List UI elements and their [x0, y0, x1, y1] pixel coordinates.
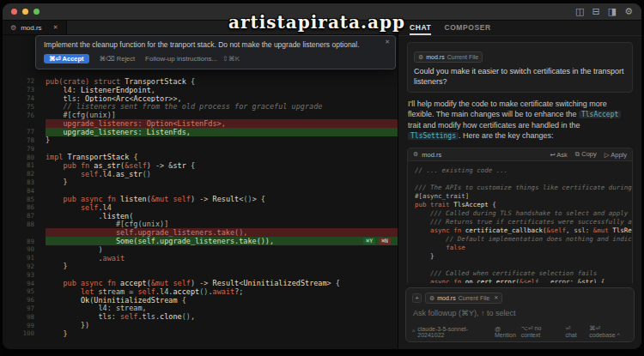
keyboard-hint[interactable]: ⌥⏎ no context	[521, 325, 558, 338]
code-line: 82 self.l4.as_str()	[3, 170, 398, 178]
line-number: 93	[3, 271, 46, 279]
code-line	[415, 174, 625, 183]
settings-gear-icon[interactable]: ⚙	[624, 7, 633, 16]
line-number: 77	[3, 128, 46, 136]
code-line: upgrade_listeners: Option<ListenFds>,	[3, 119, 398, 128]
line-number: 83	[3, 178, 46, 186]
chat-code-block: ⚙ mod.rs ↩ Ask⧉ Copy▷ Apply // ... exist…	[407, 148, 633, 283]
accept-diff-badge[interactable]: ⌘Y	[363, 238, 375, 244]
tab-close-icon[interactable]: ✕	[53, 24, 58, 31]
code-line: 100 }	[3, 329, 398, 338]
rust-file-icon: ⚙	[429, 294, 434, 302]
maximize-window-button[interactable]	[33, 9, 39, 15]
line-number: 98	[3, 313, 46, 321]
chat-input-box[interactable]: + ⚙ mod.rs Current File ✕ Ask followup (…	[405, 287, 635, 342]
code-line: 99 })	[3, 321, 398, 329]
line-number: 81	[3, 161, 46, 169]
current-file-chip[interactable]: ⚙ mod.rs Current File	[414, 51, 483, 63]
line-number: 76	[3, 112, 46, 119]
line-number: 95	[3, 287, 46, 295]
code-editor[interactable]: ✕ Implement the cleanup function for the…	[3, 35, 398, 349]
code-line: 84	[3, 186, 398, 195]
line-number: 89	[3, 238, 46, 245]
line-number: 94	[3, 280, 46, 287]
line-number: 88	[3, 220, 46, 228]
inline-code: TlsSettings	[408, 132, 459, 140]
code-line: 83 }	[3, 178, 398, 187]
user-message: ⚙ mod.rs Current File Could you make it …	[407, 42, 633, 93]
reject-diff-badge[interactable]: ⌘N	[379, 238, 391, 244]
model-selector[interactable]: ^claude-3-5-sonnet-20241022	[412, 326, 487, 338]
line-number: 87	[3, 212, 46, 220]
rust-file-icon: ⚙	[10, 24, 16, 32]
code-line: 95 let stream = self.l4.accept().await?;	[3, 287, 398, 296]
code-line: 75 // listeners sent from the old proces…	[3, 102, 398, 111]
accept-button[interactable]: ⌘⏎ Accept	[44, 54, 89, 63]
code-line: 97 l4: stream,	[3, 305, 398, 313]
line-number: 86	[3, 203, 46, 211]
line-number: 73	[3, 86, 46, 94]
chat-messages: ⚙ mod.rs Current File Could you make it …	[398, 36, 641, 283]
code-line: /// The APIs to customize things like ce…	[415, 183, 625, 191]
chat-tab-bar: CHATCOMPOSER	[398, 21, 641, 36]
current-file-chip[interactable]: ⚙ mod.rs Current File ✕	[425, 293, 502, 304]
close-window-button[interactable]	[11, 9, 17, 15]
chat-input-placeholder[interactable]: Ask followup (⌘Y), ↑ to select	[413, 309, 627, 317]
assistant-message-text: I'll help modify the code to make certif…	[408, 99, 632, 142]
code-line: 92 }	[3, 262, 398, 271]
prompt-text: Implement the cleanup function for the t…	[44, 40, 379, 50]
editor-pane: ⚙ mod.rs ✕ ✕ Implement the cleanup funct…	[3, 21, 398, 349]
copy-button[interactable]: ⧉ Copy	[575, 150, 597, 159]
code-line: // Default implementation does nothing a…	[415, 234, 625, 243]
code-line: // ... existing code ...	[415, 166, 625, 174]
code-line: 91 .await	[3, 254, 398, 262]
code-line: 77 upgrade_listeners: ListenFds,	[3, 128, 398, 136]
chat-tab-composer[interactable]: COMPOSER	[444, 21, 490, 35]
line-number: 91	[3, 254, 46, 262]
line-number: 92	[3, 262, 46, 270]
minimize-window-button[interactable]	[22, 9, 28, 15]
layout-sidebar-right-icon[interactable]: ◨	[608, 7, 617, 16]
line-number: 78	[3, 136, 46, 144]
keyboard-hint[interactable]: ⏎ chat	[565, 325, 581, 338]
apply-button[interactable]: ▷ Apply	[605, 150, 627, 159]
code-line: 73 l4: ListenerEndpoint,	[3, 86, 398, 94]
chat-input-footer: ^claude-3-5-sonnet-20241022 @ Mention ⌥⏎…	[412, 325, 628, 338]
remove-chip-icon[interactable]: ✕	[494, 294, 498, 302]
code-line: false	[415, 243, 625, 251]
code-line: 87 .listen(	[3, 212, 398, 220]
rust-file-icon: ⚙	[413, 151, 418, 158]
followup-instructions-button[interactable]: Follow-up instructions...⇧⌘K	[145, 55, 240, 63]
code-line: pub trait TlsAccept {	[415, 200, 625, 208]
prompt-close-icon[interactable]: ✕	[385, 39, 390, 45]
tab-mod-rs[interactable]: ⚙ mod.rs ✕	[3, 21, 67, 34]
line-number: 79	[3, 145, 46, 153]
ask-button[interactable]: ↩ Ask	[550, 150, 567, 159]
followup-shortcut: ⇧⌘K	[222, 55, 240, 63]
rust-file-icon: ⚙	[418, 53, 423, 61]
line-number: 90	[3, 245, 46, 253]
code-line: /// Returns true if certificates were su…	[415, 217, 625, 226]
keyboard-hint[interactable]: ⌘⏎ codebase ^	[589, 325, 628, 338]
code-line: self.upgrade_listeners.take(),	[3, 228, 398, 237]
line-number: 72	[3, 77, 46, 85]
line-number: 84	[3, 187, 46, 195]
code-line: 72pub(crate) struct TransportStack {	[3, 77, 398, 86]
mention-button[interactable]: @ Mention	[495, 326, 521, 338]
code-line: async fn on_cert_error(&self, _error: &s…	[415, 277, 625, 283]
code-line: async fn certificate_callback(&self, ssl…	[415, 226, 625, 234]
add-context-button[interactable]: +	[412, 293, 422, 303]
code-line	[415, 260, 625, 269]
layout-panel-bottom-icon[interactable]: ⊟	[592, 7, 600, 16]
code-line: 76 #[cfg(unix)]	[3, 111, 398, 119]
layout-sidebar-left-icon[interactable]: ◫	[575, 7, 584, 16]
code-line: 78}	[3, 136, 398, 145]
reject-button[interactable]: ⌘⌫ Reject	[100, 55, 135, 63]
chat-tab-chat[interactable]: CHAT	[410, 21, 431, 35]
tab-label: mod.rs	[21, 24, 41, 32]
code-line: 88 #[cfg(unix)]	[3, 220, 398, 229]
code-line: #[async_trait]	[415, 191, 625, 200]
code-block-header: ⚙ mod.rs ↩ Ask⧉ Copy▷ Apply	[408, 148, 632, 161]
code-line: 81 pub fn as_str(&self) -> &str {	[3, 161, 398, 170]
code-line: /// Called when certificate selection fa…	[415, 269, 625, 277]
